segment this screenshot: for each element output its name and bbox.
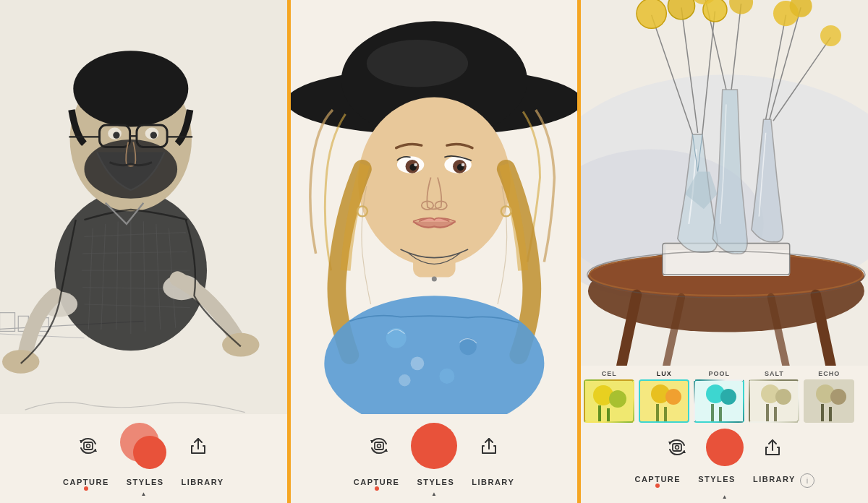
- divider-1: [287, 0, 291, 503]
- panel-3-nav-row: CAPTURE STYLES LIBRARY i: [581, 472, 868, 492]
- svg-point-35: [150, 132, 157, 138]
- tab-styles-2[interactable]: STYLES: [417, 478, 454, 488]
- tab-styles-1[interactable]: STYLES: [127, 478, 164, 488]
- svg-point-111: [665, 389, 681, 405]
- divider-2: [577, 0, 581, 503]
- svg-point-116: [720, 389, 736, 405]
- panel-1: CAPTURE STYLES LIBRARY ▲: [0, 0, 287, 503]
- camera-rotate-button-3[interactable]: [663, 433, 692, 462]
- tab-styles-3[interactable]: STYLES: [698, 475, 736, 485]
- svg-point-126: [830, 389, 846, 405]
- info-icon: i: [807, 476, 808, 485]
- style-label-salt: SALT: [765, 370, 784, 377]
- svg-point-58: [431, 276, 436, 281]
- share-button-2[interactable]: [475, 431, 503, 460]
- panel-3-nav-tabs: CAPTURE STYLES LIBRARY: [634, 475, 795, 485]
- style-label-cel: CEL: [602, 370, 617, 377]
- svg-point-64: [399, 374, 410, 386]
- style-thumb-cel[interactable]: [584, 379, 634, 423]
- panel-2-nav-tabs: CAPTURE STYLES LIBRARY: [354, 478, 514, 488]
- svg-rect-38: [84, 442, 93, 450]
- capture-button[interactable]: [120, 423, 166, 469]
- panel-2-image: [291, 0, 578, 414]
- style-item-salt[interactable]: SALT: [749, 370, 799, 423]
- svg-rect-113: [664, 407, 667, 421]
- svg-rect-108: [607, 408, 610, 421]
- svg-point-121: [775, 389, 791, 405]
- svg-rect-122: [766, 404, 769, 421]
- tab-library-3[interactable]: LIBRARY: [753, 475, 796, 485]
- tab-capture-3[interactable]: CAPTURE: [634, 475, 681, 485]
- style-label-echo: ECHO: [818, 370, 840, 377]
- capture-button-3[interactable]: [706, 429, 744, 466]
- svg-point-21: [222, 333, 259, 357]
- panel-1-nav-tabs: CAPTURE STYLES LIBRARY: [63, 478, 224, 488]
- style-item-lux[interactable]: LUX: [639, 370, 689, 423]
- svg-point-106: [609, 390, 626, 408]
- panel-1-image: [0, 0, 287, 414]
- panel-3-controls: [581, 426, 868, 472]
- share-button-3[interactable]: [758, 433, 787, 462]
- svg-point-62: [410, 356, 424, 370]
- tab-library-1[interactable]: LIBRARY: [182, 478, 224, 488]
- style-thumb-echo[interactable]: [804, 379, 854, 423]
- svg-rect-123: [774, 407, 777, 421]
- panel-1-bottom: CAPTURE STYLES LIBRARY ▲: [0, 414, 287, 503]
- panel-2-bottom: CAPTURE STYLES LIBRARY ▲: [291, 414, 578, 503]
- svg-rect-112: [656, 404, 659, 421]
- style-thumb-lux[interactable]: [639, 379, 689, 423]
- panel-2: CAPTURE STYLES LIBRARY ▲: [291, 0, 578, 503]
- svg-rect-67: [375, 442, 383, 450]
- panel-3-image: [581, 0, 868, 366]
- camera-rotate-button-2[interactable]: [365, 431, 393, 460]
- svg-point-63: [439, 369, 454, 384]
- panel-3-bottom: CEL LUX: [581, 366, 868, 503]
- capture-arrow-2: ▲: [431, 491, 437, 497]
- svg-rect-107: [598, 405, 601, 421]
- style-item-pool[interactable]: POOL: [694, 370, 744, 423]
- style-thumb-salt[interactable]: [749, 379, 799, 423]
- share-button[interactable]: [184, 431, 213, 460]
- svg-rect-118: [719, 407, 722, 421]
- tab-library-2[interactable]: LIBRARY: [472, 478, 514, 488]
- svg-point-132: [675, 446, 678, 450]
- style-item-cel[interactable]: CEL: [584, 370, 634, 423]
- svg-point-22: [2, 350, 39, 374]
- style-label-lux: LUX: [657, 370, 672, 377]
- svg-rect-131: [673, 444, 681, 451]
- svg-point-102: [820, 25, 841, 46]
- capture-arrow-3: ▲: [722, 494, 728, 500]
- svg-point-45: [358, 97, 510, 266]
- svg-point-26: [73, 51, 188, 126]
- svg-point-43: [366, 40, 467, 87]
- tab-capture-1[interactable]: CAPTURE: [63, 478, 109, 488]
- capture-button-2[interactable]: [411, 423, 457, 469]
- capture-arrow-1: ▲: [140, 491, 146, 497]
- svg-rect-128: [829, 407, 832, 421]
- svg-rect-127: [821, 404, 824, 421]
- style-label-pool: POOL: [709, 370, 731, 377]
- panel-2-controls: [365, 423, 503, 469]
- info-button[interactable]: i: [800, 473, 814, 488]
- svg-point-39: [87, 444, 90, 448]
- svg-point-53: [461, 163, 464, 167]
- styles-strip: CEL LUX: [581, 366, 868, 426]
- tab-capture-2[interactable]: CAPTURE: [354, 478, 400, 488]
- svg-point-52: [414, 163, 417, 167]
- camera-rotate-button[interactable]: [74, 431, 103, 460]
- panel-3: CEL LUX: [581, 0, 868, 503]
- panel-1-controls: [74, 423, 213, 469]
- svg-rect-117: [711, 404, 714, 421]
- svg-point-68: [378, 444, 381, 448]
- svg-point-34: [113, 132, 119, 138]
- svg-point-60: [386, 328, 406, 348]
- style-item-echo[interactable]: ECHO: [804, 370, 854, 423]
- style-thumb-pool[interactable]: [694, 379, 744, 423]
